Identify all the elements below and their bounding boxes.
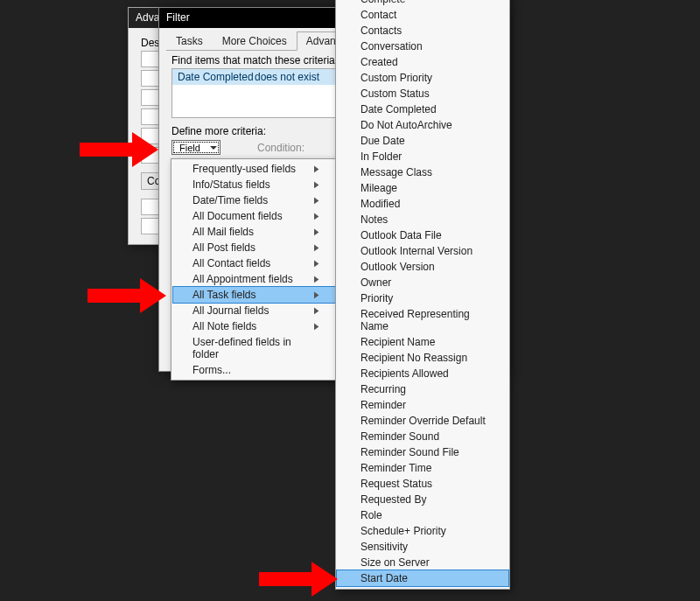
menu-item[interactable]: All Task fields▶	[172, 286, 339, 304]
criteria-field: Date Completed	[178, 71, 255, 83]
tab-more-choices[interactable]: More Choices	[213, 31, 297, 50]
menu-item-label: Info/Status fields	[192, 178, 270, 191]
grid-cell[interactable]	[141, 199, 160, 215]
chevron-right-icon: ▶	[314, 163, 319, 175]
chevron-right-icon: ▶	[314, 304, 319, 317]
chevron-right-icon: ▶	[314, 289, 319, 301]
menu-item[interactable]: Priority	[336, 290, 509, 306]
menu-item[interactable]: Requested By	[336, 492, 509, 507]
annotation-arrow-start-date	[259, 562, 343, 597]
menu-item-label: All Task fields	[192, 289, 256, 301]
menu-item[interactable]: Info/Status fields▶	[173, 177, 338, 192]
menu-item-label: All Journal fields	[192, 304, 269, 317]
tab-tasks[interactable]: Tasks	[166, 31, 213, 50]
menu-item[interactable]: Do Not AutoArchive	[336, 117, 509, 133]
menu-item[interactable]: Size on Server	[336, 555, 509, 570]
menu-item-label: Forms...	[192, 364, 231, 376]
menu-item[interactable]: All Note fields▶	[173, 318, 338, 334]
menu-item[interactable]: Role	[336, 507, 509, 523]
menu-item[interactable]: Reminder Sound	[336, 429, 509, 444]
chevron-right-icon: ▶	[314, 194, 319, 206]
menu-item[interactable]: Notes	[336, 212, 509, 227]
menu-item[interactable]: All Post fields▶	[173, 240, 338, 255]
chevron-right-icon: ▶	[314, 257, 319, 269]
field-category-menu: Frequently-used fields▶Info/Status field…	[171, 158, 340, 381]
menu-item[interactable]: Reminder Time	[336, 460, 509, 476]
menu-item[interactable]: Contact	[336, 7, 509, 23]
menu-item-label: All Appointment fields	[192, 273, 293, 285]
menu-item[interactable]: Reminder Sound File	[336, 444, 509, 460]
grid-cell[interactable]	[141, 51, 160, 67]
menu-item[interactable]: In Folder	[336, 149, 509, 164]
criteria-op: does not exist	[255, 71, 319, 83]
chevron-right-icon: ▶	[314, 178, 319, 191]
task-field-menu: CompleteContactContactsConversationCreat…	[335, 0, 510, 590]
field-button-label: Field	[179, 143, 200, 153]
menu-item[interactable]: Sensitivity	[336, 539, 509, 555]
menu-item-label: All Mail fields	[192, 226, 254, 238]
chevron-right-icon: ▶	[314, 226, 319, 238]
menu-item-label: User-defined fields in folder	[192, 336, 320, 360]
condition-label: Condition:	[257, 142, 304, 154]
menu-item-label: Frequently-used fields	[192, 163, 296, 175]
grid-cell[interactable]	[141, 147, 160, 164]
menu-item[interactable]: Contacts	[336, 23, 509, 38]
grid-cell[interactable]	[141, 70, 160, 87]
menu-item[interactable]: Conversation	[336, 38, 509, 54]
menu-item[interactable]: Message Class	[336, 164, 509, 180]
menu-item-label: All Document fields	[192, 210, 283, 222]
menu-item[interactable]: Recipients Allowed	[336, 366, 509, 381]
menu-item[interactable]: Modified	[336, 196, 509, 212]
menu-item[interactable]: Recipient Name	[336, 334, 509, 350]
menu-item[interactable]: Custom Priority	[336, 70, 509, 86]
menu-item[interactable]: All Mail fields▶	[173, 224, 338, 240]
menu-item[interactable]: All Journal fields▶	[173, 303, 338, 318]
menu-item[interactable]: Reminder	[336, 397, 509, 413]
menu-item-label: All Note fields	[192, 320, 256, 332]
chevron-down-icon	[208, 143, 218, 152]
menu-item[interactable]: Due Date	[336, 133, 509, 149]
chevron-right-icon: ▶	[314, 273, 319, 285]
menu-item[interactable]: All Appointment fields▶	[173, 271, 338, 287]
menu-item[interactable]: Status	[336, 586, 509, 590]
menu-item[interactable]: Date Completed	[336, 101, 509, 117]
menu-item[interactable]: All Contact fields▶	[173, 255, 338, 271]
menu-item[interactable]: Outlook Version	[336, 259, 509, 275]
grid-cell[interactable]	[141, 128, 160, 144]
menu-item[interactable]: Request Status	[336, 476, 509, 492]
menu-item[interactable]: Reminder Override Default	[336, 413, 509, 429]
grid-cell[interactable]	[141, 218, 160, 234]
chevron-right-icon: ▶	[314, 241, 319, 254]
menu-item[interactable]: All Document fields▶	[173, 208, 338, 224]
menu-item-label: Date/Time fields	[192, 194, 268, 206]
menu-item-label: All Contact fields	[192, 257, 270, 269]
chevron-right-icon: ▶	[314, 210, 319, 222]
menu-item[interactable]: Start Date	[336, 570, 509, 587]
menu-item[interactable]: Complete	[336, 0, 509, 7]
menu-item[interactable]: Owner	[336, 275, 509, 290]
menu-item[interactable]: Recipient No Reassign	[336, 350, 509, 366]
menu-item[interactable]: Outlook Internal Version	[336, 243, 509, 259]
menu-item-label: All Post fields	[192, 241, 256, 254]
chevron-right-icon: ▶	[314, 320, 319, 332]
menu-item[interactable]: Received Representing Name	[336, 306, 509, 334]
menu-item[interactable]: Recurring	[336, 381, 509, 397]
menu-item[interactable]: Outlook Data File	[336, 227, 509, 243]
menu-item[interactable]: Mileage	[336, 180, 509, 196]
menu-item[interactable]: Created	[336, 54, 509, 70]
grid-cell[interactable]	[141, 89, 160, 106]
menu-item[interactable]: Frequently-used fields▶	[173, 161, 338, 177]
grid-cell[interactable]	[141, 108, 160, 125]
menu-item[interactable]: User-defined fields in folder	[173, 334, 338, 362]
field-dropdown-button[interactable]: Field	[172, 140, 220, 155]
menu-item[interactable]: Schedule+ Priority	[336, 523, 509, 539]
menu-item[interactable]: Custom Status	[336, 86, 509, 101]
menu-item[interactable]: Date/Time fields▶	[173, 192, 338, 208]
menu-item[interactable]: Forms...	[173, 362, 338, 378]
